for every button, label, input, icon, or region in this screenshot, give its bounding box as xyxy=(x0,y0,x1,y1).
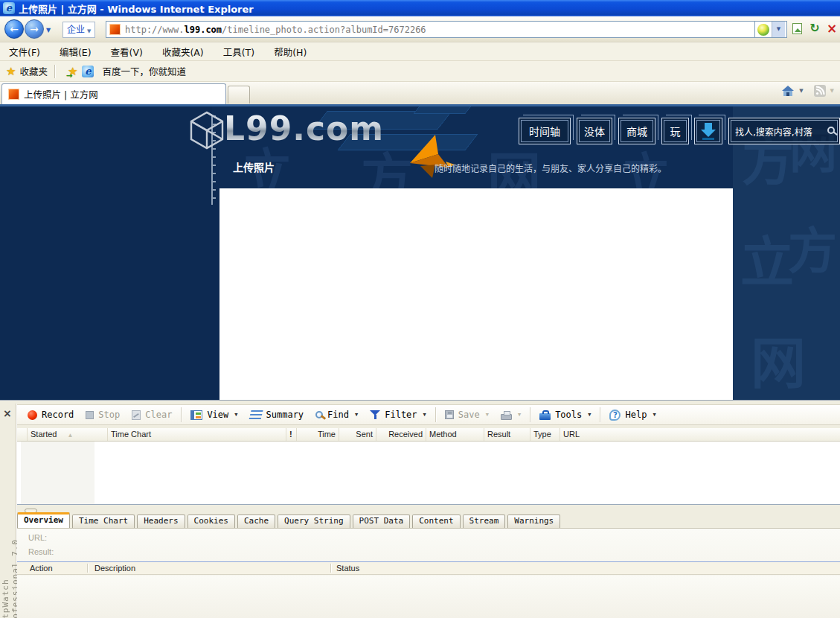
view-button[interactable]: View▼ xyxy=(185,407,243,423)
cube-logo-icon[interactable] xyxy=(189,110,225,152)
column-time[interactable]: Time xyxy=(297,428,339,441)
started-column-strip xyxy=(21,442,94,504)
clear-button[interactable]: Clear xyxy=(126,407,178,423)
search-provider-dropdown-icon[interactable]: ▼ xyxy=(772,22,785,37)
request-grid[interactable] xyxy=(17,442,840,505)
menu-help[interactable]: 帮助(H) xyxy=(274,45,307,59)
zone-dropdown-button[interactable]: 企业▼ xyxy=(62,22,95,38)
column-action[interactable]: Action xyxy=(30,564,53,573)
menu-edit[interactable]: 编辑(E) xyxy=(60,45,92,59)
nav-button-play[interactable]: 玩 xyxy=(661,118,689,144)
nav-button-download[interactable] xyxy=(694,118,722,144)
site-search-input[interactable]: 找人,搜索内容,村落 xyxy=(728,118,840,144)
stop-button-hw[interactable]: Stop xyxy=(80,407,126,423)
menu-favorites[interactable]: 收藏夹(A) xyxy=(162,45,204,59)
tab-favicon xyxy=(8,89,19,100)
title-bar[interactable]: e 上传照片 | 立方网 - Windows Internet Explorer xyxy=(0,0,840,16)
site-search-text: 找人,搜索内容,村落 xyxy=(735,125,812,138)
column-sent[interactable]: Sent xyxy=(339,428,376,441)
rss-icon[interactable] xyxy=(814,85,826,97)
help-button[interactable]: ?Help▼ xyxy=(603,407,661,423)
tools-button[interactable]: Tools▼ xyxy=(533,407,597,423)
bookmark-favicon: e xyxy=(82,66,94,77)
tab-warnings[interactable]: Warnings xyxy=(507,515,560,528)
record-button[interactable]: Record xyxy=(22,407,80,423)
photo-upload-area xyxy=(219,188,733,400)
column-received[interactable]: Received xyxy=(376,428,426,441)
summary-button[interactable]: Summary xyxy=(244,407,310,423)
tab-post-data[interactable]: POST Data xyxy=(353,515,411,528)
new-tab-button[interactable] xyxy=(228,86,250,103)
tab-headers[interactable]: Headers xyxy=(137,515,185,528)
column-method[interactable]: Method xyxy=(426,428,484,441)
tab-active[interactable]: 上传照片 | 立方网 xyxy=(1,83,226,104)
menu-file[interactable]: 文件(F) xyxy=(9,45,40,59)
tab-cookies[interactable]: Cookies xyxy=(187,515,235,528)
add-favorite-icon[interactable]: ★→ xyxy=(68,65,77,78)
zone-label: 企业 xyxy=(67,25,85,35)
toolbox-icon xyxy=(539,413,551,420)
close-icon[interactable]: × xyxy=(3,408,12,418)
column-description[interactable]: Description xyxy=(94,564,135,573)
chevron-down-icon: ▼ xyxy=(87,28,91,34)
find-icon xyxy=(315,411,323,418)
menu-view[interactable]: 查看(V) xyxy=(111,45,143,59)
page-title: 上传照片 xyxy=(233,159,275,174)
httpwatch-tabstrip: Overview Time Chart Headers Cookies Cach… xyxy=(17,512,840,528)
tab-title: 上传照片 | 立方网 xyxy=(24,87,98,101)
chevron-down-icon: ▼ xyxy=(653,412,655,418)
filter-button[interactable]: Filter▼ xyxy=(364,407,432,423)
column-status[interactable]: Status xyxy=(336,564,359,573)
column-warning[interactable]: ! xyxy=(286,428,297,441)
chevron-down-icon: ▼ xyxy=(423,412,426,418)
column-type[interactable]: Type xyxy=(530,428,560,441)
compatibility-view-button[interactable] xyxy=(789,20,805,38)
tab-query-string[interactable]: Query String xyxy=(278,515,350,528)
site-logo[interactable]: L99.com xyxy=(224,111,384,147)
rss-dropdown-icon: ▼ xyxy=(830,88,834,94)
nav-button-timeline[interactable]: 时间轴 xyxy=(519,118,571,144)
chevron-down-icon: ▼ xyxy=(234,412,237,418)
tab-stream[interactable]: Stream xyxy=(463,515,506,528)
view-icon xyxy=(190,410,202,420)
divider xyxy=(54,65,55,78)
favorites-button[interactable]: 收藏夹 xyxy=(19,64,48,78)
search-icon[interactable] xyxy=(827,127,835,134)
find-button[interactable]: Find▼ xyxy=(310,407,364,423)
nav-button-media[interactable]: 没体 xyxy=(577,118,612,144)
tab-cache[interactable]: Cache xyxy=(237,515,275,528)
home-icon[interactable] xyxy=(781,85,795,97)
tab-overview[interactable]: Overview xyxy=(17,512,70,528)
tab-time-chart[interactable]: Time Chart xyxy=(72,515,135,528)
home-dropdown-icon[interactable]: ▼ xyxy=(799,88,803,94)
stop-button[interactable]: × xyxy=(824,20,840,38)
bookmark-baidu[interactable]: 百度一下，你就知道 xyxy=(102,64,186,78)
filter-icon xyxy=(370,410,380,420)
download-arrow-icon xyxy=(701,123,716,139)
search-provider-box[interactable]: ▼ xyxy=(754,21,787,38)
address-input[interactable]: http://www.l99.com/timeline_photo.action… xyxy=(106,21,754,38)
overview-panel: URL: Result: Action Description Status xyxy=(17,528,840,618)
seal-pattern-glyph: 网 xyxy=(751,319,806,398)
sidebar-pattern-strip: 方 网 立 方 网 xyxy=(733,106,840,400)
overview-table-header: Action Description Status xyxy=(17,561,840,575)
column-time-chart[interactable]: Time Chart xyxy=(108,428,286,441)
column-result[interactable]: Result xyxy=(484,428,530,441)
history-dropdown-icon[interactable]: ▼ xyxy=(46,27,51,34)
column-url[interactable]: URL xyxy=(560,428,840,441)
forward-button[interactable]: → xyxy=(25,19,44,39)
refresh-button[interactable]: ↻ xyxy=(807,20,823,38)
nav-button-mall[interactable]: 商城 xyxy=(618,118,655,144)
favorites-bar: ★ 收藏夹 ★→ e 百度一下，你就知道 xyxy=(0,61,840,82)
print-button[interactable]: ▼ xyxy=(495,407,527,423)
menu-bar: 文件(F) 编辑(E) 查看(V) 收藏夹(A) 工具(T) 帮助(H) xyxy=(0,42,840,61)
column-started[interactable]: Started▲ xyxy=(28,428,108,441)
divider xyxy=(87,564,88,573)
save-button[interactable]: Save▼ xyxy=(439,407,495,423)
tab-content[interactable]: Content xyxy=(412,515,460,528)
menu-tools[interactable]: 工具(T) xyxy=(223,45,254,59)
httpwatch-panel: × HttpWatch Professional 7.0 Record Stop… xyxy=(0,400,840,618)
green-arrow-icon: → xyxy=(66,71,72,80)
back-button[interactable]: ← xyxy=(4,19,24,39)
help-icon: ? xyxy=(609,410,621,421)
